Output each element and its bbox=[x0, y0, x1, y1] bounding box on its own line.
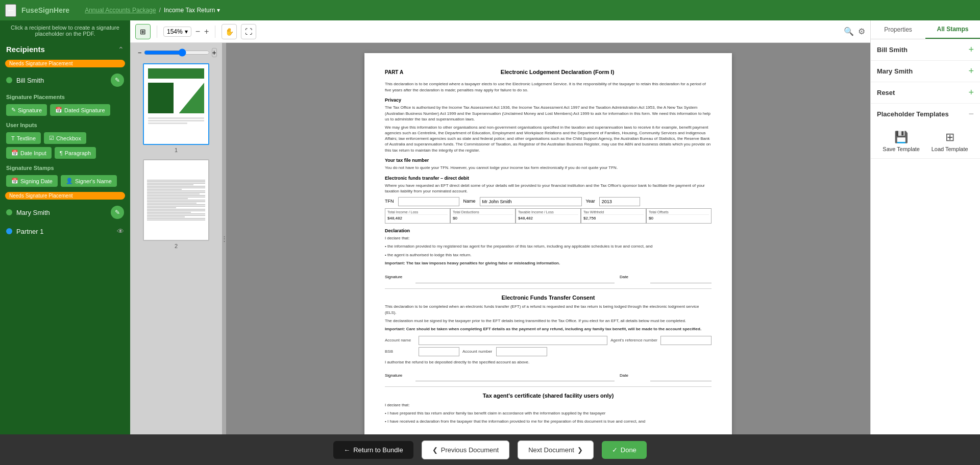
done-button[interactable]: ✓ Done bbox=[602, 441, 647, 459]
bsb-field[interactable] bbox=[419, 347, 459, 356]
settings-button[interactable]: ⚙ bbox=[858, 27, 865, 36]
tax-cert-bullet-1: • I have prepared this tax return and/or… bbox=[385, 410, 712, 416]
account-name-field[interactable] bbox=[419, 336, 607, 345]
recipient-item-partner-1[interactable]: Partner 1 👁 bbox=[0, 223, 130, 239]
hand-tool-button[interactable]: ✋ bbox=[222, 24, 237, 39]
reset-header[interactable]: Reset + bbox=[871, 82, 980, 103]
privacy-text-2: We may give this information to other or… bbox=[385, 125, 712, 153]
date-line-2 bbox=[650, 369, 712, 381]
tfn-field[interactable] bbox=[398, 197, 459, 206]
agents-ref-label: Agent's reference number bbox=[610, 337, 657, 343]
return-to-bundle-button[interactable]: ← Return to Bundle bbox=[333, 441, 413, 459]
signing-date-button[interactable]: 📅 Signing Date bbox=[6, 175, 58, 187]
recipient-name-mary-smith: Mary Smith bbox=[16, 209, 107, 216]
recipient-edit-btn-mary-smith[interactable]: ✎ bbox=[111, 206, 124, 219]
dropdown-icon[interactable]: ▾ bbox=[217, 7, 220, 14]
date-label-2: Date bbox=[620, 373, 645, 378]
thumbnails-toggle-btn[interactable]: ⊞ bbox=[135, 24, 151, 39]
thumbnail-image-1[interactable] bbox=[143, 63, 209, 145]
bill-smith-header[interactable]: Bill Smith + bbox=[871, 39, 980, 60]
total-offsets-cell: Total Offsets $0 bbox=[646, 208, 712, 224]
declaration-bullet-2: • the agent is authorised to lodge this … bbox=[385, 252, 712, 258]
signature-label-2: Signature bbox=[385, 373, 410, 378]
mary-smith-add-btn[interactable]: + bbox=[968, 66, 974, 77]
chevron-down-icon[interactable]: ▾ bbox=[185, 28, 188, 35]
recipient-item-bill-smith[interactable]: Bill Smith ✎ bbox=[0, 69, 130, 91]
dated-signature-button[interactable]: 📅 Dated Signature bbox=[50, 104, 110, 116]
bill-smith-add-btn[interactable]: + bbox=[968, 44, 974, 55]
tax-cert-heading: Tax agent's certificate (shared facility… bbox=[385, 392, 712, 400]
load-template-button[interactable]: ⊞ Load Template bbox=[932, 131, 968, 152]
search-button[interactable]: 🔍 bbox=[844, 27, 854, 36]
thumbnail-image-2[interactable] bbox=[143, 159, 209, 241]
reset-add-btn[interactable]: + bbox=[968, 87, 974, 98]
tax-cert-bullet-2: • I have received a declaration from the… bbox=[385, 419, 712, 424]
mary-smith-label: Mary Smith bbox=[877, 67, 913, 75]
paragraph-button[interactable]: ¶ Paragraph bbox=[55, 147, 96, 159]
signature-label-1: Signature bbox=[385, 274, 410, 280]
recipient-view-btn-partner-1[interactable]: 👁 bbox=[117, 227, 124, 235]
total-deductions-cell: Total Deductions $0 bbox=[450, 208, 516, 224]
next-document-button[interactable]: Next Document ❯ bbox=[518, 440, 594, 459]
pdf-view[interactable]: PART A Electronic Lodgement Declaration … bbox=[226, 43, 870, 434]
select-tool-button[interactable]: ⛶ bbox=[241, 24, 256, 39]
resize-handle[interactable] bbox=[222, 43, 226, 434]
right-panel: Properties All Stamps Bill Smith + Mary … bbox=[870, 20, 980, 434]
tfn-heading: Your tax file number bbox=[385, 157, 712, 164]
template-actions-container: 💾 Save Template ⊞ Load Template bbox=[871, 125, 980, 158]
eft-important: Important: Care should be taken when com… bbox=[385, 326, 712, 332]
recipient-edit-btn-bill-smith[interactable]: ✎ bbox=[111, 74, 124, 87]
breadcrumb-link[interactable]: Annual Accounts Package bbox=[85, 7, 156, 14]
textline-icon: T bbox=[11, 135, 15, 141]
user-input-buttons: T Textline ☑ Checkbox 📅 Date Input ¶ Par… bbox=[0, 130, 130, 162]
load-template-label: Load Template bbox=[932, 146, 968, 152]
checkbox-button[interactable]: ☑ Checkbox bbox=[44, 132, 86, 144]
zoom-thumb-plus-btn[interactable]: + bbox=[212, 48, 217, 57]
zoom-in-button[interactable]: + bbox=[204, 27, 209, 36]
recipients-collapse-btn[interactable]: ⌃ bbox=[118, 45, 124, 54]
sig-buttons: ✎ Signature 📅 Dated Signature bbox=[0, 102, 130, 119]
name-field[interactable]: Mr John Smith bbox=[480, 197, 582, 206]
save-template-label: Save Template bbox=[883, 146, 920, 152]
thumbnail-1[interactable]: 1 bbox=[135, 63, 217, 153]
thumbnail-2[interactable]: 2 bbox=[135, 159, 217, 249]
mary-smith-section: Mary Smith + bbox=[871, 61, 980, 82]
zoom-out-button[interactable]: − bbox=[195, 27, 200, 36]
previous-document-button[interactable]: ❮ Previous Document bbox=[422, 440, 509, 459]
pdf-page: PART A Electronic Lodgement Declaration … bbox=[364, 53, 732, 434]
pdf-intro: This declaration is to be completed wher… bbox=[385, 81, 712, 92]
toolbar-sep-2 bbox=[215, 26, 215, 38]
save-template-button[interactable]: 💾 Save Template bbox=[883, 131, 920, 152]
year-field[interactable]: 2013 bbox=[599, 197, 640, 206]
eft-consent-heading: Electronic Funds Transfer Consent bbox=[385, 294, 712, 302]
declaration-bullet-1: • the information provided to my registe… bbox=[385, 243, 712, 249]
zoom-minus-icon: − bbox=[138, 49, 142, 57]
bill-smith-section: Bill Smith + bbox=[871, 39, 980, 61]
signature-button[interactable]: ✎ Signature bbox=[6, 104, 47, 116]
left-sidebar: Click a recipient below to create a sign… bbox=[0, 20, 130, 434]
signature-icon: ✎ bbox=[11, 107, 16, 113]
eft-consent-text: The declaration must be signed by the ta… bbox=[385, 318, 712, 324]
tab-properties[interactable]: Properties bbox=[871, 20, 925, 39]
recipient-item-mary-smith[interactable]: Mary Smith ✎ bbox=[0, 202, 130, 223]
placeholder-templates-header[interactable]: Placeholder Templates − bbox=[871, 104, 980, 125]
back-button[interactable]: ← bbox=[5, 4, 16, 17]
doc-area: − + bbox=[130, 43, 870, 434]
placeholder-templates-collapse-btn[interactable]: − bbox=[968, 109, 974, 119]
bsb-label: BSB bbox=[385, 349, 415, 354]
date-input-button[interactable]: 📅 Date Input bbox=[6, 147, 52, 159]
user-inputs-label: User Inputs bbox=[0, 119, 130, 130]
agents-ref-field[interactable] bbox=[660, 336, 712, 345]
needs-placement-badge-1: Needs Signature Placement bbox=[5, 60, 125, 67]
signature-line-1 bbox=[415, 271, 615, 283]
thumbnail-num-1: 1 bbox=[175, 147, 178, 153]
privacy-heading: Privacy bbox=[385, 97, 712, 104]
tax-withheld-cell: Tax Withheld $2,756 bbox=[581, 208, 646, 224]
zoom-slider[interactable] bbox=[144, 48, 210, 57]
signers-name-button[interactable]: 👤 Signer's Name bbox=[61, 175, 117, 187]
mary-smith-header[interactable]: Mary Smith + bbox=[871, 61, 980, 82]
textline-button[interactable]: T Textline bbox=[6, 132, 41, 144]
return-arrow-icon: ← bbox=[344, 446, 350, 454]
account-number-field[interactable] bbox=[496, 347, 547, 356]
tab-all-stamps[interactable]: All Stamps bbox=[925, 20, 980, 39]
